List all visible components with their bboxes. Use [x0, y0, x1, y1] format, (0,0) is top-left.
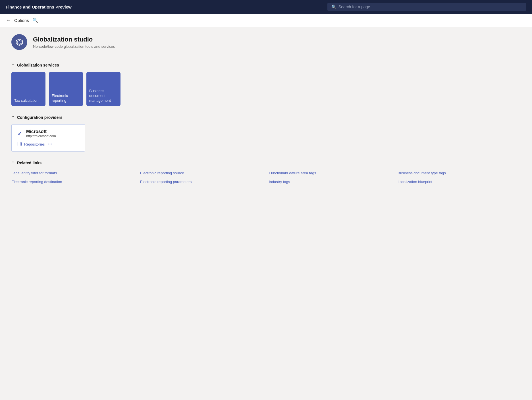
globalization-services-header[interactable]: ⌃ Globalization services — [11, 63, 521, 67]
collapse-icon-3: ⌃ — [11, 161, 15, 165]
search-input[interactable] — [338, 5, 522, 9]
repositories-label[interactable]: Repositories — [24, 142, 45, 146]
related-links-header[interactable]: ⌃ Related links — [11, 161, 521, 165]
link-functional-feature-area-tags[interactable]: Functional/Feature area tags — [269, 170, 392, 176]
link-electronic-reporting-destination[interactable]: Electronic reporting destination — [11, 179, 134, 185]
link-electronic-reporting-parameters[interactable]: Electronic reporting parameters — [140, 179, 263, 185]
svg-rect-10 — [20, 142, 20, 146]
provider-card-header: ✓ Microsoft http://microsoft.com — [17, 129, 79, 138]
svg-rect-9 — [19, 143, 19, 146]
provider-footer: Repositories ··· — [17, 142, 79, 147]
related-links-title: Related links — [17, 161, 41, 165]
options-label: Options — [14, 18, 29, 23]
more-options-button[interactable]: ··· — [48, 142, 52, 147]
related-links-section: ⌃ Related links Legal entity filter for … — [11, 161, 521, 185]
tile-tax-calculation-label: Tax calculation — [14, 98, 38, 103]
back-button[interactable]: ← — [6, 17, 11, 23]
svg-rect-8 — [18, 142, 18, 146]
repositories-icon — [17, 142, 22, 147]
link-electronic-reporting-source[interactable]: Electronic reporting source — [140, 170, 263, 176]
options-bar: ← Options 🔍 — [0, 14, 532, 27]
tile-business-document-management[interactable]: Business document management — [86, 72, 120, 106]
related-links-grid: Legal entity filter for formats Electron… — [11, 170, 521, 185]
link-localization-blueprint[interactable]: Localization blueprint — [398, 179, 521, 185]
configuration-providers-header[interactable]: ⌃ Configuration providers — [11, 115, 521, 120]
configuration-providers-title: Configuration providers — [17, 115, 62, 120]
page-title: Globalization studio — [33, 36, 115, 43]
search-bar[interactable]: 🔍 — [327, 3, 526, 11]
provider-name: Microsoft — [26, 129, 56, 134]
globalization-services-section: ⌃ Globalization services Tax calculation… — [11, 63, 521, 106]
configuration-providers-section: ⌃ Configuration providers ✓ Microsoft ht… — [11, 115, 521, 152]
svg-rect-11 — [21, 142, 22, 146]
top-nav: Finance and Operations Preview 🔍 — [0, 0, 532, 14]
main-content: Globalization studio No-code/low-code gl… — [0, 27, 532, 400]
page-icon — [11, 34, 27, 50]
app-title: Finance and Operations Preview — [6, 5, 72, 9]
globalization-services-title: Globalization services — [17, 63, 59, 67]
provider-check-mark: ✓ — [17, 130, 22, 137]
search-icon: 🔍 — [331, 5, 336, 9]
provider-info: Microsoft http://microsoft.com — [26, 129, 56, 138]
options-search-icon[interactable]: 🔍 — [32, 18, 38, 23]
page-header: Globalization studio No-code/low-code gl… — [11, 34, 521, 56]
link-legal-entity-filter[interactable]: Legal entity filter for formats — [11, 170, 134, 176]
link-industry-tags[interactable]: Industry tags — [269, 179, 392, 185]
collapse-icon-2: ⌃ — [11, 115, 15, 120]
svg-marker-1 — [18, 40, 21, 44]
provider-card-microsoft[interactable]: ✓ Microsoft http://microsoft.com Reposit… — [11, 124, 85, 152]
tile-electronic-reporting[interactable]: Electronic reporting — [49, 72, 83, 106]
tile-tax-calculation[interactable]: Tax calculation — [11, 72, 45, 106]
link-business-document-type-tags[interactable]: Business document type tags — [398, 170, 521, 176]
collapse-icon: ⌃ — [11, 63, 15, 67]
page-subtitle: No-code/low-code globalization tools and… — [33, 44, 115, 49]
tile-business-document-management-label: Business document management — [89, 89, 118, 103]
service-tiles-container: Tax calculation Electronic reporting Bus… — [11, 72, 521, 106]
page-header-text: Globalization studio No-code/low-code gl… — [33, 36, 115, 49]
provider-url: http://microsoft.com — [26, 134, 56, 138]
tile-electronic-reporting-label: Electronic reporting — [52, 94, 80, 103]
